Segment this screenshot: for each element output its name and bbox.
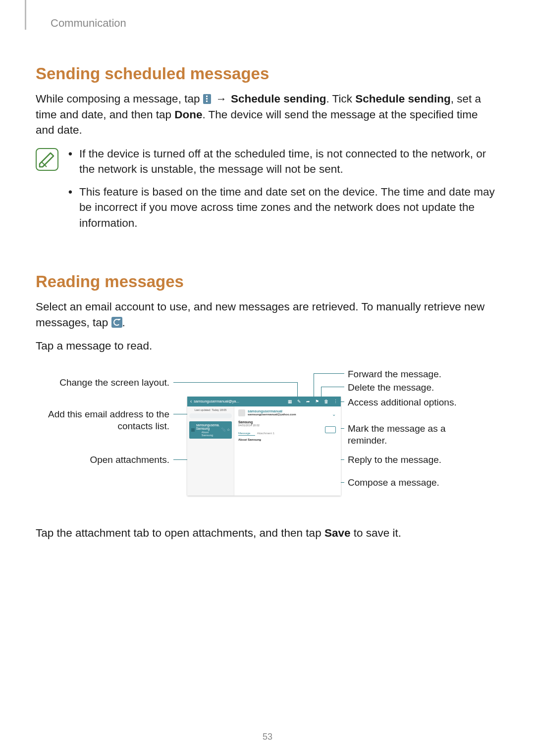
list-item: samsungusema. Samsung About Samsung 📎 ☆ [189,421,232,439]
layout-grid-icon: ▦ [288,399,292,404]
note-item-1: If the device is turned off at the sched… [68,146,499,177]
screenshot-message-pane: samsungusermanual samsungusermanual@yaho… [234,406,341,496]
text: Tap the attachment tab to open attachmen… [36,527,324,539]
note-icon [36,148,58,171]
callout-options: Access additional options. [348,397,457,408]
message-body: About Samsung [238,438,337,441]
last-updated-text: Last updated: Today 18:05 [189,408,232,411]
trash-icon: 🗑 [324,399,328,404]
bold-schedule-sending-1: Schedule sending [231,93,326,105]
avatar-icon [238,409,245,416]
note-block: If the device is turned off at the sched… [36,146,499,238]
annotated-diagram: Change the screen layout. Add this email… [41,362,482,510]
message-date: 04/01/2014 18:02 [238,424,337,427]
section-heading-reading: Reading messages [36,272,499,291]
arrow-glyph: → [213,93,230,105]
callout-flag: Mark the message as a reminder. [348,423,452,447]
callout-open-attachments: Open attachments. [36,454,169,466]
text: While composing a message, tap [36,93,203,105]
attachment-clip-icon: 📎 [221,428,225,432]
more-vdots-icon: ⋮ [333,399,338,404]
text: . Tick [326,93,355,105]
scheduled-paragraph: While composing a message, tap → Schedul… [36,91,499,138]
compose-icon: ✎ [297,399,301,404]
breadcrumb: Communication [51,17,499,30]
callout-reply: Reply to the message. [348,454,441,466]
search-chip [189,413,232,418]
screenshot-toolbar: ‹ samsungusermanual@ya... ▦ ✎ ➦ ⚑ 🗑 ⋮ [187,397,341,406]
checkbox-icon [191,428,195,432]
compose-button [325,426,336,433]
callout-add-contact: Add this email address to the contacts l… [36,408,169,432]
forward-arrow-icon: ➦ [306,399,310,404]
message-subject: Samsung [238,420,337,424]
callout-change-layout: Change the screen layout. [36,377,169,389]
from-name: samsungusermanual [248,409,296,413]
list-subject: Samsung [196,427,220,430]
back-chevron-icon: ‹ [190,399,192,404]
callout-forward: Forward the message. [348,368,441,380]
from-email: samsungusermanual@yahoo.com [248,413,296,416]
chevron-down-icon: ⌄ [332,411,336,417]
star-icon: ☆ [227,428,230,432]
callout-delete: Delete the message. [348,382,434,394]
screenshot-address: samsungusermanual@ya... [194,399,239,403]
device-screenshot: ‹ samsungusermanual@ya... ▦ ✎ ➦ ⚑ 🗑 ⋮ La… [187,397,341,496]
bold-done: Done [174,108,202,121]
reading-paragraph-2: Tap a message to read. [36,338,499,354]
tab-message: Message [238,432,250,435]
list-sender: samsungusema. [196,423,220,427]
attachment-paragraph: Tap the attachment tab to open attachmen… [36,525,499,541]
text: . [122,316,125,329]
page-number: 53 [263,732,272,742]
list-preview: About Samsung [196,430,220,437]
bold-save: Save [324,527,351,539]
flag-icon: ⚑ [315,399,319,404]
note-item-2: This feature is based on the time and da… [68,184,499,231]
section-heading-scheduled: Sending scheduled messages [36,64,499,83]
tab-attachment: Attachment 1 [257,432,274,435]
bold-schedule-sending-2: Schedule sending [355,93,451,105]
refresh-icon [111,317,122,328]
text: Select an email account to use, and new … [36,301,484,329]
screenshot-message-list: Last updated: Today 18:05 samsungusema. … [187,406,234,496]
text: to save it. [350,527,401,539]
reading-paragraph-1: Select an email account to use, and new … [36,299,499,330]
callout-compose: Compose a message. [348,477,439,489]
more-options-icon [203,94,211,104]
header-rule [25,0,26,30]
